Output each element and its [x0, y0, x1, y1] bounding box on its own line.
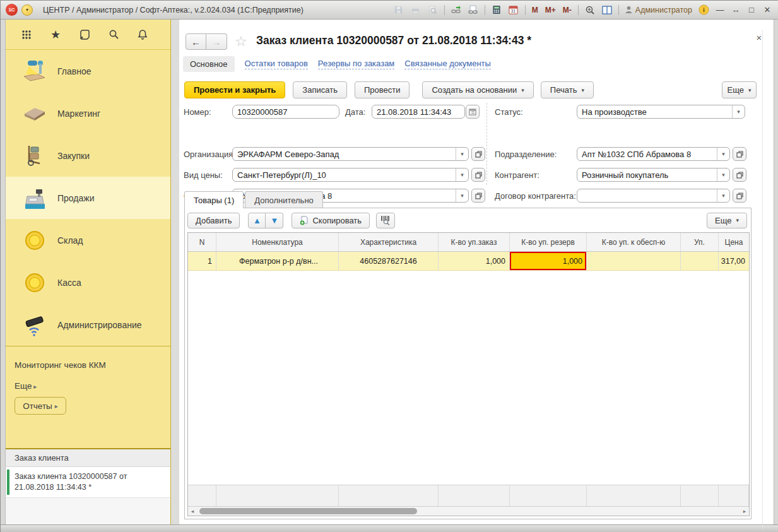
nav-link-stock[interactable]: Остатки товаров: [245, 59, 308, 69]
contract-combobox[interactable]: [577, 189, 730, 203]
create-based-on-button[interactable]: Создать на основании: [422, 81, 533, 98]
scrollbar-thumb[interactable]: [199, 508, 417, 514]
reports-button[interactable]: Отчеты: [15, 397, 66, 415]
sidebar-item-purchases[interactable]: Закупки: [6, 134, 170, 177]
copy-row-button[interactable]: Скопировать: [292, 213, 370, 228]
dropdown-arrow-icon[interactable]: [456, 168, 468, 181]
sidebar-item-sales[interactable]: Продажи: [6, 177, 170, 219]
counterparty-open-button[interactable]: [733, 168, 746, 182]
organization-combobox[interactable]: ЭРКАФАРМ Северо-Запад: [232, 147, 469, 161]
column-header-characteristic[interactable]: Характеристика: [339, 233, 439, 251]
cell-price[interactable]: 4 317,00: [719, 252, 749, 270]
sidebar-item-marketing[interactable]: Маркетинг: [6, 92, 170, 134]
calendar-icon[interactable]: 31: [507, 4, 521, 16]
table-more-button[interactable]: Еще: [707, 213, 747, 228]
sidebar-item-warehouse[interactable]: Склад: [6, 219, 170, 261]
price-type-combobox[interactable]: Санкт-Петербург(Л)_10: [232, 168, 469, 182]
cell-qty-supply[interactable]: [587, 252, 681, 270]
cell-unit[interactable]: [681, 252, 719, 270]
nav-tab-main[interactable]: Основное: [183, 56, 235, 72]
split-window-icon[interactable]: [600, 4, 614, 16]
dropdown-arrow-icon[interactable]: [717, 189, 729, 202]
column-header-unit[interactable]: Уп.: [681, 233, 719, 251]
sidebar-item-cashdesk[interactable]: Касса: [6, 261, 170, 304]
column-header-n[interactable]: N: [188, 233, 216, 251]
main-menu-button[interactable]: ▾: [21, 4, 33, 16]
horizontal-scrollbar[interactable]: ◂ ▸: [188, 506, 749, 516]
memory-plus-button[interactable]: M+: [543, 6, 558, 15]
back-button[interactable]: ←: [186, 33, 206, 50]
form-more-button[interactable]: Еще: [722, 81, 757, 98]
department-combobox[interactable]: Апт №1032 СПб Абрамова 8: [577, 147, 730, 161]
search-icon[interactable]: [107, 28, 121, 42]
history-icon[interactable]: [78, 28, 91, 42]
status-combobox[interactable]: На производстве: [577, 105, 745, 119]
current-user-button[interactable]: Администратор: [623, 6, 693, 15]
print-button[interactable]: Печать: [541, 81, 594, 98]
counterparty-combobox[interactable]: Розничный покупатель: [577, 168, 730, 182]
cell-nomenclature[interactable]: Ферматрон р-р д/вн...: [216, 252, 339, 270]
dropdown-arrow-icon[interactable]: [732, 105, 745, 118]
column-header-qty-supply[interactable]: К-во уп. к обесп-ю: [587, 233, 681, 251]
column-header-qty-reserve[interactable]: К-во уп. резерв: [510, 233, 587, 251]
write-button[interactable]: Записать: [293, 81, 347, 98]
close-window-button[interactable]: ✕: [761, 5, 774, 15]
favorites-star-icon[interactable]: ★: [49, 28, 62, 42]
open-window-item[interactable]: Заказ клиента 10320000587 от 21.08.2018 …: [6, 467, 170, 498]
save-icon[interactable]: [392, 4, 406, 16]
tab-goods[interactable]: Товары (1): [184, 191, 244, 208]
date-calendar-button[interactable]: [466, 105, 480, 119]
sidebar-item-main[interactable]: Главное: [6, 50, 170, 92]
print-preview-icon[interactable]: [426, 4, 440, 16]
cell-characteristic[interactable]: 4605287627146: [339, 252, 439, 270]
nav-link-related-docs[interactable]: Связанные документы: [404, 59, 491, 69]
print-icon[interactable]: [409, 4, 423, 16]
dropdown-arrow-icon[interactable]: [456, 148, 468, 160]
memory-minus-button[interactable]: M-: [561, 6, 574, 15]
contract-open-button[interactable]: [733, 189, 746, 203]
move-row-down-button[interactable]: ▼: [266, 213, 283, 228]
follow-link-icon[interactable]: [466, 4, 480, 16]
tab-additional[interactable]: Дополнительно: [245, 191, 323, 208]
maximize-button[interactable]: □: [745, 5, 758, 15]
column-header-nomenclature[interactable]: Номенклатура: [216, 233, 339, 251]
sidebar-more-link[interactable]: Еще: [6, 381, 170, 391]
sidebar-link-kkm-monitoring[interactable]: Мониторинг чеков ККМ: [6, 360, 170, 370]
number-input[interactable]: 10320000587: [232, 105, 339, 119]
minimize-button[interactable]: —: [714, 5, 726, 15]
zoom-icon[interactable]: [583, 4, 597, 16]
warehouse-open-button[interactable]: [471, 189, 485, 203]
memory-button[interactable]: M: [530, 6, 540, 15]
cell-qty-reserve-selected[interactable]: 1,000: [510, 252, 587, 270]
post-button[interactable]: Провести: [355, 81, 410, 98]
dropdown-arrow-icon[interactable]: [456, 189, 468, 202]
date-input[interactable]: 21.08.2018 11:34:43: [372, 105, 465, 119]
column-header-qty-order[interactable]: К-во уп.заказ: [439, 233, 510, 251]
dropdown-arrow-icon[interactable]: [717, 168, 729, 181]
info-icon[interactable]: i: [697, 4, 710, 16]
price-type-open-button[interactable]: [471, 168, 485, 182]
move-row-up-button[interactable]: ▲: [248, 213, 266, 228]
dock-button[interactable]: ↔: [729, 5, 742, 15]
add-row-button[interactable]: Добавить: [187, 213, 240, 228]
column-header-price[interactable]: Цена: [719, 233, 749, 251]
post-and-close-button[interactable]: Провести и закрыть: [184, 81, 285, 98]
close-form-icon[interactable]: ×: [752, 32, 766, 43]
department-open-button[interactable]: [733, 147, 746, 161]
scroll-right-arrow-icon[interactable]: ▸: [740, 507, 749, 516]
calculator-icon[interactable]: [490, 4, 504, 16]
get-link-icon[interactable]: [449, 4, 463, 16]
nav-link-reserves[interactable]: Резервы по заказам: [318, 59, 394, 69]
sidebar-item-administration[interactable]: Администрирование: [6, 304, 170, 346]
add-favorite-star-icon[interactable]: ☆: [235, 33, 247, 50]
dropdown-arrow-icon[interactable]: [717, 148, 729, 160]
cell-qty-order[interactable]: 1,000: [439, 252, 510, 270]
menu-grid-icon[interactable]: [20, 28, 33, 42]
scroll-left-arrow-icon[interactable]: ◂: [188, 507, 197, 516]
notifications-bell-icon[interactable]: [136, 28, 150, 42]
organization-open-button[interactable]: [471, 147, 485, 161]
table-row[interactable]: 1 Ферматрон р-р д/вн... 4605287627146 1,…: [188, 252, 749, 271]
cell-n[interactable]: 1: [188, 252, 216, 270]
barcode-scan-button[interactable]: [376, 213, 395, 228]
forward-button[interactable]: →: [206, 33, 227, 50]
